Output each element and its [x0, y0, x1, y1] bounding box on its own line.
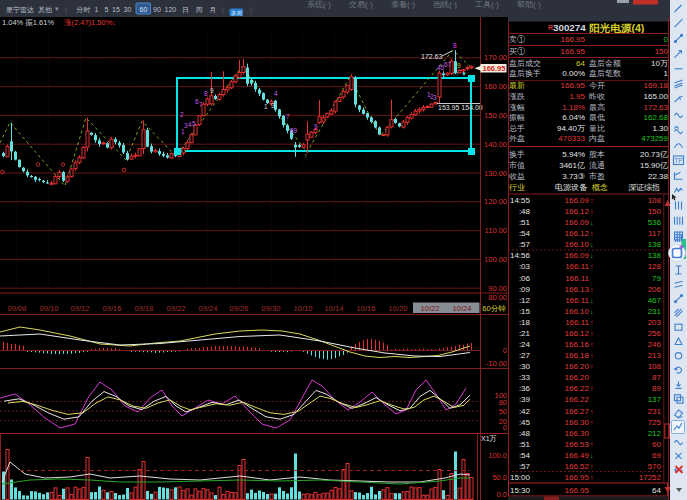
svg-text:166.95: 166.95: [565, 486, 590, 495]
svg-text:166.20: 166.20: [565, 362, 590, 371]
svg-text:138: 138: [648, 251, 662, 260]
svg-text:↑: ↑: [590, 385, 594, 392]
svg-text:量比: 量比: [589, 124, 605, 133]
svg-text::39: :39: [519, 395, 531, 404]
svg-text:收益: 收益: [509, 172, 525, 181]
svg-text:166.13: 166.13: [565, 285, 590, 294]
svg-text:60分钟: 60分钟: [482, 304, 506, 313]
svg-text:市值: 市值: [509, 161, 525, 170]
svg-text:8: 8: [204, 90, 208, 97]
svg-text:166.11: 166.11: [565, 274, 589, 283]
svg-text:15:00: 15:00: [510, 473, 531, 482]
svg-text:盘后换手: 盘后换手: [509, 69, 541, 78]
svg-text:↑: ↑: [590, 474, 594, 481]
svg-text:89: 89: [290, 127, 298, 134]
svg-text:60: 60: [140, 6, 148, 13]
svg-text:1.95: 1.95: [569, 92, 585, 101]
svg-text::12: :12: [519, 296, 531, 305]
svg-text:10/22: 10/22: [421, 304, 440, 313]
svg-text:3: 3: [271, 102, 275, 109]
svg-text:60: 60: [652, 440, 661, 449]
svg-text:108: 108: [648, 196, 662, 205]
svg-text:分时: 分时: [76, 6, 91, 13]
svg-text:3.73③: 3.73③: [562, 172, 585, 181]
svg-text:206: 206: [648, 285, 662, 294]
svg-text:09/26: 09/26: [230, 304, 249, 313]
svg-text:内盘: 内盘: [589, 134, 605, 143]
svg-text:153.95 154.00: 153.95 154.00: [438, 104, 483, 111]
svg-text:140.00: 140.00: [484, 140, 507, 149]
svg-text:166.30: 166.30: [565, 429, 590, 438]
svg-text:467: 467: [648, 296, 662, 305]
svg-text::03: :03: [519, 262, 531, 271]
svg-text:166.95: 166.95: [483, 64, 506, 73]
svg-text:3: 3: [433, 94, 437, 101]
svg-text:166.30: 166.30: [565, 418, 590, 427]
svg-text:87: 87: [652, 373, 661, 382]
svg-text:100.0: 100.0: [488, 451, 507, 460]
svg-text:今开: 今开: [589, 81, 605, 90]
svg-text:09/30: 09/30: [262, 304, 281, 313]
svg-text:...: ...: [547, 30, 550, 35]
svg-text:166.10: 166.10: [565, 307, 590, 316]
svg-text:166.49: 166.49: [565, 451, 590, 460]
svg-text:↑: ↑: [590, 341, 594, 348]
svg-text:120.00: 120.00: [484, 197, 507, 206]
svg-text:-10.00: -10.00: [486, 359, 507, 368]
svg-text:166.95: 166.95: [561, 47, 586, 56]
svg-text:166.09: 166.09: [565, 251, 590, 260]
svg-text:▾: ▾: [55, 5, 59, 12]
svg-text:89: 89: [652, 384, 661, 393]
svg-text::27: :27: [519, 351, 531, 360]
svg-text:昨收: 昨收: [589, 92, 605, 101]
svg-text:166.10: 166.10: [565, 240, 590, 249]
svg-text:0.00%: 0.00%: [562, 69, 585, 78]
svg-text:买①: 买①: [509, 47, 525, 56]
svg-text:15: 15: [112, 6, 120, 13]
svg-text:涨幅: 涨幅: [509, 103, 525, 112]
svg-text:↑: ↑: [590, 208, 594, 215]
svg-text:股本: 股本: [589, 150, 605, 159]
svg-text:100.00: 100.00: [484, 255, 507, 264]
svg-text:周: 周: [196, 6, 203, 13]
svg-text:7: 7: [286, 113, 290, 120]
svg-text:166.95: 166.95: [565, 473, 590, 482]
svg-text:电源设备: 电源设备: [555, 183, 588, 192]
svg-text:0: 0: [664, 35, 669, 44]
svg-text:169.18: 169.18: [644, 81, 669, 90]
svg-text:256: 256: [648, 329, 662, 338]
svg-text:160.00: 160.00: [484, 82, 507, 91]
svg-text:15:30: 15:30: [510, 486, 531, 495]
svg-text:日: 日: [182, 6, 189, 14]
svg-text:166.27: 166.27: [565, 407, 590, 416]
svg-text:↑: ↑: [590, 230, 594, 237]
svg-text::51: :51: [519, 218, 531, 227]
svg-text:换手: 换手: [509, 150, 525, 159]
svg-text:09/10: 09/10: [40, 304, 59, 313]
svg-text:最高: 最高: [589, 103, 605, 112]
svg-text:172.63: 172.63: [644, 103, 669, 112]
svg-text:166.16: 166.16: [565, 340, 590, 349]
svg-text:0: 0: [503, 346, 507, 355]
svg-text:1.04% 振1.61%: 1.04% 振1.61%: [2, 18, 54, 27]
svg-text:|: |: [65, 6, 67, 14]
svg-text:212: 212: [648, 429, 662, 438]
svg-text:473259: 473259: [641, 134, 668, 143]
svg-text:166.12: 166.12: [565, 207, 590, 216]
svg-text::57: :57: [519, 240, 531, 249]
svg-text:盘后金额: 盘后金额: [589, 59, 621, 68]
svg-text:卖①: 卖①: [509, 35, 525, 44]
svg-text:150: 150: [655, 47, 669, 56]
svg-text:90: 90: [153, 6, 161, 13]
svg-text::36: :36: [519, 384, 531, 393]
svg-text:振幅: 振幅: [509, 113, 525, 122]
svg-text:09/16: 09/16: [103, 304, 122, 313]
svg-text:166.11: 166.11: [565, 262, 589, 271]
svg-text:231: 231: [648, 307, 662, 316]
svg-text:470333: 470333: [558, 134, 585, 143]
svg-text::51: :51: [519, 440, 531, 449]
svg-text:10/10: 10/10: [294, 304, 313, 313]
svg-text:帮助(·): 帮助(·): [517, 0, 541, 9]
svg-text:10/16: 10/16: [357, 304, 376, 313]
svg-text:130.00: 130.00: [484, 169, 507, 178]
